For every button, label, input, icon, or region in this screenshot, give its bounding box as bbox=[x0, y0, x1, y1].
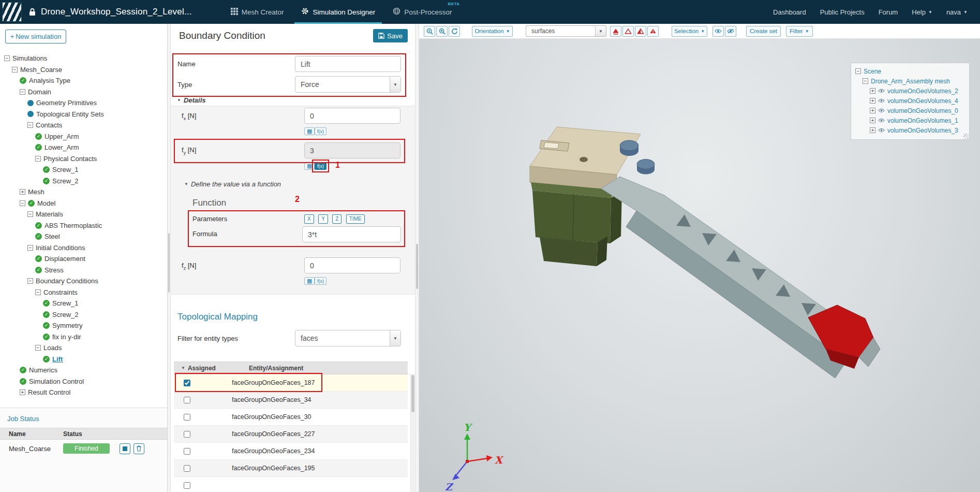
hide-selected-faces-button[interactable] bbox=[610, 26, 621, 37]
parameter-chip-button[interactable]: Y bbox=[318, 214, 328, 224]
function-value-header[interactable]: ▼ Define the value via a function bbox=[184, 180, 281, 188]
assigned-checkbox[interactable] bbox=[184, 397, 190, 403]
entity-type-select[interactable]: faces ▼ bbox=[295, 330, 401, 346]
volume-item[interactable]: volumeOnGeoVolumes_3 bbox=[855, 125, 965, 135]
panel-scrollbar[interactable] bbox=[415, 24, 419, 492]
resize-handle[interactable] bbox=[963, 134, 969, 139]
assignment-table-header[interactable]: ▼ Assigned Entity/Assignment bbox=[174, 362, 408, 374]
assignment-row[interactable]: faceGroupOnGeoFaces_30 bbox=[174, 409, 408, 426]
expand-icon[interactable] bbox=[20, 389, 25, 395]
fx-table-button[interactable]: ▦ bbox=[304, 127, 315, 135]
assignment-row[interactable]: faceGroupOnGeoFaces_234 bbox=[174, 443, 408, 460]
mesh-assembly-item[interactable]: Drone_Arm_Assembly mesh bbox=[855, 76, 965, 86]
job-status-title[interactable]: Job Status bbox=[0, 408, 167, 428]
eye-icon[interactable] bbox=[878, 128, 885, 133]
eye-icon[interactable] bbox=[878, 89, 885, 93]
assignment-row[interactable]: faceGroupOnGeoFaces_195 bbox=[174, 460, 408, 477]
app-logo-icon[interactable] bbox=[2, 2, 22, 22]
expand-icon[interactable] bbox=[870, 108, 875, 113]
collapse-icon[interactable] bbox=[27, 211, 33, 217]
tree-item-domain[interactable]: Domain bbox=[0, 86, 167, 98]
scrollbar-thumb[interactable] bbox=[411, 375, 414, 412]
collapse-icon[interactable] bbox=[35, 345, 41, 351]
show-all-faces-button[interactable] bbox=[647, 26, 659, 37]
fy-table-button[interactable]: ▦ bbox=[304, 162, 315, 170]
nav-mesh-creator[interactable]: Mesh Creator bbox=[222, 0, 293, 24]
volume-item[interactable]: volumeOnGeoVolumes_1 bbox=[855, 115, 965, 125]
scrollbar-thumb[interactable] bbox=[168, 233, 170, 293]
assignment-row[interactable]: faceGroupOnGeoFaces_34 bbox=[174, 392, 408, 409]
link-public-projects[interactable]: Public Projects bbox=[820, 8, 865, 16]
tree-item-constraints[interactable]: Constraints bbox=[0, 287, 167, 298]
save-button[interactable]: Save bbox=[373, 29, 408, 42]
expand-icon[interactable] bbox=[870, 98, 875, 104]
help-menu[interactable]: Help▼ bbox=[912, 8, 932, 16]
link-forum[interactable]: Forum bbox=[879, 8, 898, 16]
assigned-checkbox[interactable] bbox=[184, 448, 190, 455]
expand-icon[interactable] bbox=[870, 88, 875, 94]
tree-item-screw-2[interactable]: Screw_2 bbox=[0, 176, 167, 187]
zoom-in-button[interactable] bbox=[424, 26, 435, 37]
tree-item-mesh-coarse[interactable]: Mesh_Coarse bbox=[0, 64, 167, 76]
tree-item-geometry-primitives[interactable]: Geometry Primitives bbox=[0, 97, 167, 109]
nav-simulation-designer[interactable]: Simulation Designer bbox=[292, 0, 384, 24]
expand-icon[interactable] bbox=[870, 118, 875, 123]
fy-function-button[interactable]: f(x) bbox=[315, 162, 326, 170]
collapse-icon[interactable] bbox=[20, 200, 25, 206]
fx-function-button[interactable]: f(x) bbox=[315, 127, 326, 135]
fz-function-button[interactable]: f(x) bbox=[315, 277, 326, 285]
zoom-window-button[interactable] bbox=[436, 26, 448, 37]
link-dashboard[interactable]: Dashboard bbox=[773, 8, 806, 16]
tree-item-lower-arm[interactable]: Lower_Arm bbox=[0, 142, 167, 153]
fy-input[interactable] bbox=[304, 142, 400, 158]
parameter-chip-button[interactable]: X bbox=[304, 214, 314, 224]
assigned-checkbox[interactable] bbox=[184, 482, 190, 489]
tree-item-displacement[interactable]: Displacement bbox=[0, 253, 167, 265]
volume-item[interactable]: volumeOnGeoVolumes_4 bbox=[855, 96, 965, 106]
tree-item-simulation-control[interactable]: Simulation Control bbox=[0, 376, 167, 387]
fx-input[interactable] bbox=[304, 108, 400, 124]
tree-item-screw-1[interactable]: Screw_1 bbox=[0, 164, 167, 176]
reset-view-button[interactable] bbox=[449, 26, 460, 37]
assignment-row[interactable]: faceGroupOnGeoFaces_187 bbox=[174, 374, 408, 392]
tree-item-topological-entity-sets[interactable]: Topological Entity Sets bbox=[0, 109, 167, 120]
stop-job-button[interactable] bbox=[120, 443, 130, 454]
show-hidden-button[interactable] bbox=[712, 26, 724, 37]
collapse-icon[interactable] bbox=[855, 68, 861, 74]
fz-input[interactable] bbox=[304, 257, 400, 273]
tree-item-boundary-conditions[interactable]: Boundary Conditions bbox=[0, 276, 167, 287]
type-select[interactable]: Force ▼ bbox=[295, 76, 401, 93]
scrollbar-thumb[interactable] bbox=[416, 244, 418, 289]
fz-table-button[interactable]: ▦ bbox=[304, 277, 315, 285]
scene-root-item[interactable]: Scene bbox=[855, 66, 965, 76]
hide-selection-button[interactable] bbox=[725, 26, 736, 37]
table-scrollbar[interactable] bbox=[410, 374, 415, 492]
expand-icon[interactable] bbox=[870, 127, 875, 133]
assignment-row[interactable] bbox=[174, 477, 408, 492]
tree-item-screw-1[interactable]: Screw_1 bbox=[0, 298, 167, 309]
orientation-dropdown[interactable]: Orientation▼ bbox=[472, 26, 513, 37]
hide-other-faces-button[interactable] bbox=[635, 26, 646, 37]
collapse-icon[interactable] bbox=[12, 67, 18, 73]
assigned-checkbox[interactable] bbox=[184, 465, 190, 472]
tree-item-simulations[interactable]: Simulations bbox=[0, 53, 167, 64]
tree-item-lift[interactable]: Lift bbox=[0, 354, 167, 365]
new-simulation-button[interactable]: +New simulation bbox=[5, 30, 66, 44]
render-mode-select[interactable]: surfaces ▼ bbox=[526, 25, 606, 37]
create-set-button[interactable]: Create set bbox=[746, 26, 781, 37]
collapse-icon[interactable] bbox=[863, 78, 868, 84]
collapse-icon[interactable] bbox=[4, 55, 10, 61]
tree-item-loads[interactable]: Loads bbox=[0, 342, 167, 354]
tree-item-analysis-type[interactable]: Analysis Type bbox=[0, 75, 167, 86]
assigned-checkbox[interactable] bbox=[184, 431, 190, 438]
tree-item-upper-arm[interactable]: Upper_Arm bbox=[0, 131, 167, 142]
tree-item-stress[interactable]: Stress bbox=[0, 265, 167, 276]
assignment-row[interactable]: faceGroupOnGeoFaces_227 bbox=[174, 426, 408, 443]
tree-item-contacts[interactable]: Contacts bbox=[0, 120, 167, 131]
tree-item-abs-thermoplastic[interactable]: ABS Thermoplastic bbox=[0, 220, 167, 231]
volume-item[interactable]: volumeOnGeoVolumes_0 bbox=[855, 106, 965, 115]
tree-item-materials[interactable]: Materials bbox=[0, 209, 167, 220]
tree-item-mesh[interactable]: Mesh bbox=[0, 186, 167, 198]
collapse-icon[interactable] bbox=[35, 156, 41, 162]
nav-post-processor[interactable]: BETA Post-Processor bbox=[384, 0, 461, 24]
